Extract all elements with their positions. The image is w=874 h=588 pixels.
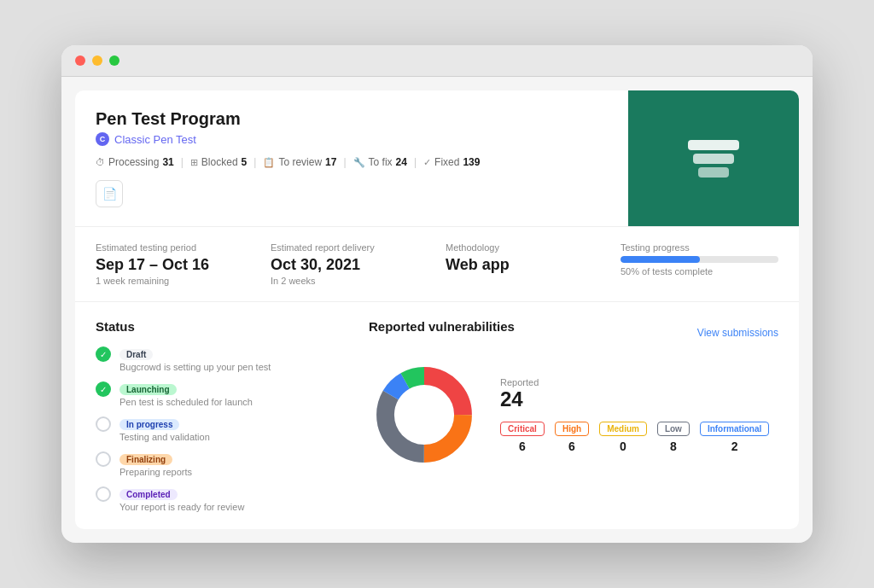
count-critical: 6	[500, 440, 545, 453]
status-desc-inprogress: Testing and validation	[119, 432, 210, 442]
status-content-finalizing: Finalizing Preparing reports	[119, 451, 192, 477]
status-indicator-draft: ✓	[96, 346, 111, 362]
stat-fixed: ✓ Fixed 139	[423, 156, 480, 168]
severity-high: High 6	[555, 420, 589, 453]
status-content-draft: Draft Bugcrowd is setting up your pen te…	[119, 346, 271, 372]
reported-count: Reported 24	[500, 377, 778, 411]
processing-label: Processing	[108, 156, 159, 168]
status-indicator-launching: ✓	[96, 381, 111, 397]
fix-count: 24	[396, 156, 407, 168]
badge-medium: Medium	[599, 422, 647, 436]
methodology-label: Methodology	[446, 242, 603, 253]
report-delivery-label: Estimated report delivery	[271, 242, 428, 253]
status-section: Status ✓ Draft Bugcrowd is setting up yo…	[96, 319, 352, 512]
header-section: Pen Test Program C Classic Pen Test ⏱ Pr…	[75, 90, 799, 227]
header-image	[628, 90, 799, 226]
stat-toreview: 📋 To review 17	[263, 156, 336, 168]
fixed-icon: ✓	[423, 157, 431, 168]
count-low: 8	[657, 440, 690, 453]
status-item-inprogress: In progress Testing and validation	[96, 416, 352, 442]
stat-blocked: ⊞ Blocked 5	[190, 156, 247, 168]
progress-label: Testing progress	[621, 242, 778, 253]
testing-period-value: Sep 17 – Oct 16	[96, 256, 253, 274]
badge-low: Low	[657, 422, 690, 436]
close-dot[interactable]	[75, 55, 85, 66]
layer-top	[688, 140, 739, 150]
severity-informational: Informational 2	[700, 420, 769, 453]
divider-3: |	[343, 156, 346, 168]
progress-bar	[621, 256, 778, 263]
status-tag-finalizing: Finalizing	[119, 454, 172, 465]
report-delivery-value: Oct 30, 2021	[271, 256, 428, 274]
fixed-label: Fixed	[434, 156, 459, 168]
badge-critical: Critical	[500, 422, 545, 436]
blocked-label: Blocked	[201, 156, 238, 168]
status-item-launching: ✓ Launching Pen test is scheduled for la…	[96, 381, 352, 407]
testing-period-item: Estimated testing period Sep 17 – Oct 16…	[96, 242, 253, 286]
report-delivery-sub: In 2 weeks	[271, 276, 428, 286]
program-title: Pen Test Program	[96, 109, 608, 129]
stats-row: ⏱ Processing 31 | ⊞ Blocked 5 | 📋 To rev…	[96, 156, 608, 168]
stat-processing: ⏱ Processing 31	[96, 156, 174, 168]
status-item-finalizing: Finalizing Preparing reports	[96, 451, 352, 477]
blocked-count: 5	[242, 156, 248, 168]
severity-medium: Medium 0	[599, 420, 647, 453]
status-indicator-inprogress	[96, 416, 111, 432]
severity-low: Low 8	[657, 420, 690, 453]
status-item-draft: ✓ Draft Bugcrowd is setting up your pen …	[96, 346, 352, 372]
processing-count: 31	[162, 156, 173, 168]
methodology-item: Methodology Web app	[446, 242, 603, 286]
status-list: ✓ Draft Bugcrowd is setting up your pen …	[96, 346, 352, 512]
browser-chrome	[61, 45, 813, 77]
divider-1: |	[181, 156, 184, 168]
layer-bot	[698, 167, 729, 178]
review-label: To review	[278, 156, 322, 168]
minimize-dot[interactable]	[92, 55, 102, 66]
fix-icon: 🔧	[353, 157, 365, 168]
bottom-section: Status ✓ Draft Bugcrowd is setting up yo…	[75, 302, 799, 529]
document-button[interactable]: 📄	[96, 180, 123, 207]
status-tag-inprogress: In progress	[119, 419, 179, 430]
badge-high: High	[555, 422, 589, 436]
testing-period-label: Estimated testing period	[96, 242, 253, 253]
reported-label: Reported	[500, 377, 778, 387]
status-tag-draft: Draft	[119, 349, 153, 360]
layer-mid	[693, 154, 734, 164]
severity-critical: Critical 6	[500, 420, 545, 453]
processing-icon: ⏱	[96, 157, 105, 167]
report-delivery-item: Estimated report delivery Oct 30, 2021 I…	[271, 242, 428, 286]
severity-grid: Critical 6 High 6 Medium 0	[500, 420, 778, 453]
vulnerabilities-section: Reported vulnerabilities View submission…	[369, 319, 778, 512]
vuln-header: Reported vulnerabilities View submission…	[369, 319, 778, 346]
donut-chart	[369, 359, 480, 470]
status-item-completed: Completed Your report is ready for revie…	[96, 486, 352, 512]
classic-label: Classic Pen Test	[114, 133, 196, 146]
status-desc-launching: Pen test is scheduled for launch	[119, 397, 253, 407]
info-bar: Estimated testing period Sep 17 – Oct 16…	[75, 227, 799, 302]
view-submissions-link[interactable]: View submissions	[697, 327, 778, 339]
review-icon: 📋	[263, 157, 275, 168]
status-desc-finalizing: Preparing reports	[119, 467, 192, 477]
fixed-count: 139	[463, 156, 480, 168]
divider-2: |	[253, 156, 256, 168]
vuln-legend: Reported 24 Critical 6 High 6	[500, 377, 778, 453]
status-desc-completed: Your report is ready for review	[119, 502, 244, 512]
stat-tofix: 🔧 To fix 24	[353, 156, 407, 168]
maximize-dot[interactable]	[109, 55, 119, 66]
status-tag-launching: Launching	[119, 384, 177, 395]
badge-info: Informational	[700, 422, 769, 436]
count-info: 2	[700, 440, 769, 453]
status-content-launching: Launching Pen test is scheduled for laun…	[119, 381, 253, 407]
document-icon: 📄	[102, 187, 117, 201]
header-info: Pen Test Program C Classic Pen Test ⏱ Pr…	[75, 90, 628, 226]
stacked-layers-icon	[688, 140, 739, 178]
testing-period-sub: 1 week remaining	[96, 276, 253, 286]
progress-item: Testing progress 50% of tests complete	[621, 242, 778, 286]
status-desc-draft: Bugcrowd is setting up your pen test	[119, 362, 271, 372]
count-medium: 0	[599, 440, 647, 453]
status-tag-completed: Completed	[119, 489, 178, 500]
status-indicator-completed	[96, 486, 111, 502]
blocked-icon: ⊞	[190, 157, 198, 168]
classic-badge: C Classic Pen Test	[96, 132, 608, 146]
donut-svg	[369, 359, 480, 470]
